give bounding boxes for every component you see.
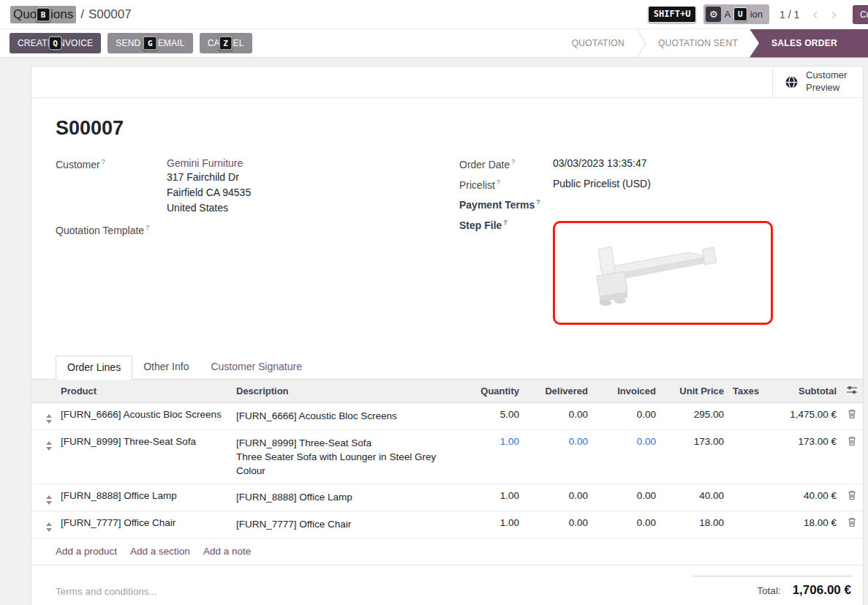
status-step-quotation[interactable]: QUOTATION	[560, 29, 636, 58]
customer-address: 317 Fairchild Dr Fairfield CA 94535 Unit…	[167, 170, 251, 216]
status-step-sales-order[interactable]: SALES ORDER	[750, 29, 868, 58]
cell-unit-price[interactable]: 173.00	[660, 429, 728, 484]
form-sheet: Customer Preview S00007 Customer? Gemini…	[31, 66, 864, 605]
pager-next-button[interactable]: ›	[829, 7, 839, 22]
pricelist-field-row: Pricelist? Public Pricelist (USD)	[459, 178, 839, 191]
help-marker-icon: ?	[503, 219, 507, 226]
cell-description[interactable]: [FURN_8999] Three-Seat Sofa Three Seater…	[232, 429, 461, 484]
column-header-subtotal: Subtotal	[765, 380, 841, 403]
create-button[interactable]: Create	[853, 5, 868, 24]
chevron-left-icon: ‹	[812, 5, 818, 23]
order-date-field-value[interactable]: 03/03/2023 13:35:47	[553, 157, 646, 170]
cell-unit-price[interactable]: 295.00	[660, 402, 728, 429]
pricelist-field-value[interactable]: Public Pricelist (USD)	[553, 178, 651, 191]
row-drag-handle[interactable]	[31, 511, 56, 538]
cell-delivered[interactable]: 0.00	[524, 402, 592, 429]
cell-taxes[interactable]	[728, 484, 765, 511]
terms-and-conditions-field[interactable]: Terms and conditions...	[56, 586, 157, 605]
record-pager: 1 / 1	[780, 9, 799, 20]
pager-previous-button[interactable]: ‹	[809, 7, 820, 22]
tab-customer-signature[interactable]: Customer Signature	[200, 356, 313, 380]
cell-product[interactable]: [FURN_8888] Office Lamp	[56, 484, 232, 511]
shortcut-hint-action: U	[733, 7, 747, 21]
row-drag-handle[interactable]	[31, 484, 56, 511]
add-a-product-link[interactable]: Add a product	[56, 546, 117, 557]
cell-taxes[interactable]	[728, 511, 765, 538]
cell-invoiced[interactable]: 0.00	[592, 511, 660, 538]
line-add-links: Add a product Add a section Add a note	[31, 538, 863, 565]
table-row: [FURN_7777] Office Chair [FURN_7777] Off…	[31, 511, 863, 538]
field-group-right: Order Date? 03/03/2023 13:35:47 Pricelis…	[459, 157, 839, 332]
cell-quantity[interactable]: 5.00	[461, 402, 524, 429]
cell-delivered[interactable]: 0.00	[524, 484, 592, 511]
trash-icon	[848, 436, 856, 446]
cell-invoiced[interactable]: 0.00	[592, 429, 660, 484]
field-groups: Customer? Gemini Furniture 317 Fairchild…	[56, 157, 839, 332]
create-invoice-button[interactable]: CREATE INVOICE Q	[10, 33, 101, 53]
cell-unit-price[interactable]: 18.00	[660, 511, 728, 538]
customer-field-label: Customer?	[56, 157, 167, 216]
cell-quantity[interactable]: 1.00	[461, 484, 524, 511]
breadcrumb-separator: /	[80, 7, 84, 22]
cell-description[interactable]: [FURN_6666] Acoustic Bloc Screens	[232, 402, 461, 429]
cell-taxes[interactable]	[728, 429, 765, 484]
optional-columns-toggle[interactable]	[841, 380, 863, 403]
tab-other-info[interactable]: Other Info	[132, 356, 200, 380]
column-header-taxes: Taxes	[728, 380, 765, 403]
breadcrumb-quotations-link[interactable]: Quotations B	[10, 6, 76, 23]
gear-icon: ⚙	[706, 7, 721, 22]
shortcut-hint-create-invoice: Q	[48, 37, 62, 50]
column-header-quantity: Quantity	[461, 380, 524, 403]
customer-field-value: Gemini Furniture 317 Fairchild Dr Fairfi…	[167, 157, 251, 216]
cell-unit-price[interactable]: 40.00	[660, 484, 728, 511]
page-title: S00007	[56, 117, 839, 140]
breadcrumb-current-record: S00007	[88, 7, 132, 22]
cell-delivered[interactable]: 0.00	[524, 429, 592, 484]
cell-subtotal: 173.00 €	[765, 429, 841, 484]
statusbar-chevron-icon	[636, 29, 646, 58]
action-label-post: ion	[750, 9, 763, 20]
cell-invoiced[interactable]: 0.00	[592, 402, 660, 429]
cell-description[interactable]: [FURN_7777] Office Chair	[232, 511, 461, 538]
customer-link[interactable]: Gemini Furniture	[167, 157, 243, 169]
cell-quantity[interactable]: 1.00	[461, 429, 524, 484]
cell-product[interactable]: [FURN_6666] Acoustic Bloc Screens	[56, 402, 232, 429]
cell-delivered[interactable]: 0.00	[524, 511, 592, 538]
add-a-note-link[interactable]: Add a note	[203, 546, 251, 557]
row-delete-button[interactable]	[841, 402, 863, 429]
globe-icon	[785, 75, 799, 89]
cell-quantity[interactable]: 1.00	[461, 511, 524, 538]
help-marker-icon: ?	[511, 158, 515, 165]
action-menu-button[interactable]: ⚙ A U ion	[703, 4, 769, 24]
customer-preview-link[interactable]: Customer Preview	[772, 67, 863, 97]
status-step-quotation-sent[interactable]: QUOTATION SENT	[646, 29, 750, 58]
table-row: [FURN_8888] Office Lamp [FURN_8888] Offi…	[31, 484, 863, 511]
total-label: Total:	[757, 585, 780, 596]
row-drag-handle[interactable]	[31, 429, 56, 484]
cancel-button[interactable]: CANCEL Z	[200, 33, 252, 53]
trash-icon	[848, 409, 856, 419]
step-file-image-field[interactable]	[553, 221, 773, 325]
row-delete-button[interactable]	[841, 429, 863, 484]
cell-product[interactable]: [FURN_8999] Three-Seat Sofa	[56, 429, 232, 484]
column-header-delivered: Delivered	[524, 380, 592, 403]
row-drag-handle[interactable]	[31, 402, 56, 429]
send-by-email-button[interactable]: SEND BY EMAIL G	[107, 33, 192, 53]
trash-icon	[848, 490, 856, 500]
table-row: [FURN_8999] Three-Seat Sofa [FURN_8999] …	[31, 429, 863, 484]
column-header-product: Product	[56, 380, 232, 403]
cell-taxes[interactable]	[728, 402, 765, 429]
cell-subtotal: 40.00 €	[765, 484, 841, 511]
breadcrumb: Quotations B / S00007	[10, 6, 132, 23]
cell-product[interactable]: [FURN_7777] Office Chair	[56, 511, 232, 538]
row-delete-button[interactable]	[841, 484, 863, 511]
trash-icon	[848, 517, 856, 527]
chevron-right-icon: ›	[831, 5, 837, 23]
row-delete-button[interactable]	[841, 511, 863, 538]
tab-order-lines[interactable]: Order Lines	[56, 356, 132, 380]
shortcut-hint-action-menu: SHIFT+U	[648, 6, 697, 23]
cell-invoiced[interactable]: 0.00	[592, 484, 660, 511]
cell-description[interactable]: [FURN_8888] Office Lamp	[232, 484, 461, 511]
quotation-template-field-row: Quotation Template?	[56, 223, 459, 236]
add-a-section-link[interactable]: Add a section	[130, 546, 190, 557]
